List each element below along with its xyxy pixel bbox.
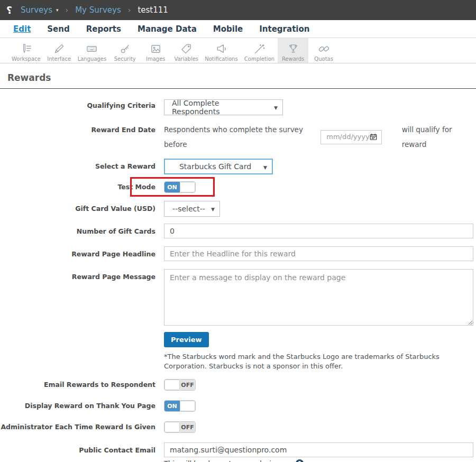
test-mode-row: Test Mode ON [0, 181, 476, 193]
disclaimer-row: *The Starbucks word mark and the Starbuc… [0, 352, 476, 371]
end-date-suffix-text: will qualify for reward [402, 122, 473, 152]
email-admin-row: Email Survey Administrator Each Time Rew… [0, 421, 476, 433]
settings-toolbar: Workspace Interface Languages Security I… [0, 38, 476, 63]
breadcrumb-my-surveys[interactable]: My Surveys [75, 5, 121, 15]
end-date-input[interactable]: mm/dd/yyyy [321, 130, 381, 144]
gift-card-value-label: Gift Card Value (USD) [0, 201, 164, 217]
test-mode-label: Test Mode [0, 181, 164, 193]
quotas-icon [318, 43, 330, 55]
display-reward-label: Display Reward on Thank You Page [0, 400, 164, 412]
headline-input[interactable] [164, 246, 473, 261]
public-email-row: Public Contact Email This will be shown … [0, 442, 476, 462]
preview-row: Preview [0, 332, 476, 347]
tab-security[interactable]: Security [109, 38, 140, 63]
dropdown-caret-icon: ▼ [274, 105, 278, 110]
menu-item-reports[interactable]: Reports [86, 24, 121, 34]
top-bar: ? Surveys ▾ › My Surveys › test111 [0, 0, 476, 20]
menu-item-send[interactable]: Send [47, 24, 69, 34]
notifications-icon [215, 43, 227, 55]
completion-icon [253, 43, 266, 55]
tab-completion[interactable]: Completion [241, 38, 278, 63]
toggle-knob [180, 182, 195, 192]
select-reward-select[interactable]: Starbucks Gift Card ▼ [164, 159, 273, 174]
public-email-label: Public Contact Email [0, 442, 164, 458]
preview-button[interactable]: Preview [164, 332, 209, 347]
qualifying-criteria-row: Qualifying Criteria All Complete Respond… [0, 98, 476, 115]
gift-card-value-row: Gift Card Value (USD) --select-- ▼ [0, 201, 476, 217]
message-textarea[interactable] [164, 269, 473, 326]
headline-row: Reward Page Headline [0, 246, 476, 262]
tab-notifications[interactable]: Notifications [202, 38, 241, 63]
email-rewards-toggle[interactable]: OFF [164, 379, 196, 391]
gift-card-value-select[interactable]: --select-- ▼ [164, 201, 220, 217]
rewards-form: Qualifying Criteria All Complete Respond… [0, 89, 476, 462]
calendar-icon[interactable] [370, 133, 377, 141]
tab-images[interactable]: Images [140, 38, 171, 63]
interface-icon [53, 43, 65, 55]
tab-languages[interactable]: Languages [75, 38, 110, 63]
chevron-down-icon[interactable]: ▾ [56, 7, 59, 13]
display-reward-toggle[interactable]: ON [164, 400, 196, 412]
tab-variables[interactable]: Variables [171, 38, 202, 63]
reward-end-date-label: Reward End Date [0, 122, 164, 138]
email-admin-toggle[interactable]: OFF [164, 421, 196, 433]
menu-item-edit[interactable]: Edit [13, 24, 31, 34]
breadcrumb-surveys[interactable]: Surveys [21, 5, 52, 15]
message-label: Reward Page Message [0, 269, 164, 285]
num-gift-cards-input[interactable] [164, 224, 473, 238]
num-gift-cards-label: Number of Gift Cards [0, 224, 164, 239]
breadcrumb-separator: › [128, 6, 131, 14]
questionpro-logo-icon[interactable]: ? [6, 4, 12, 16]
reward-end-date-row: Reward End Date Respondents who complete… [0, 122, 476, 152]
tab-interface[interactable]: Interface [44, 38, 75, 63]
num-gift-cards-row: Number of Gift Cards [0, 224, 476, 239]
menu-item-manage-data[interactable]: Manage Data [138, 24, 197, 34]
display-reward-row: Display Reward on Thank You Page ON [0, 400, 476, 412]
toggle-knob [180, 401, 195, 411]
email-admin-label: Email Survey Administrator Each Time Rew… [0, 421, 164, 433]
message-row: Reward Page Message [0, 269, 476, 328]
public-email-input[interactable] [164, 442, 473, 457]
test-mode-toggle[interactable]: ON [164, 181, 196, 193]
languages-icon [86, 43, 98, 55]
images-icon [150, 43, 162, 55]
dropdown-caret-icon: ▼ [263, 165, 267, 170]
dropdown-caret-icon: ▼ [211, 207, 215, 212]
select-reward-row: Select a Reward Starbucks Gift Card ▼ [0, 159, 476, 174]
tab-quotas[interactable]: Quotas [308, 38, 339, 63]
email-rewards-label: Email Rewards to Respondent [0, 379, 164, 391]
menu-item-mobile[interactable]: Mobile [213, 24, 243, 34]
workspace-icon [20, 43, 32, 55]
qualifying-criteria-label: Qualifying Criteria [0, 98, 164, 114]
toggle-knob [164, 380, 180, 390]
select-reward-label: Select a Reward [0, 159, 164, 174]
breadcrumb-survey-name: test111 [138, 5, 168, 15]
menu-bar: Edit Send Reports Manage Data Mobile Int… [0, 20, 476, 38]
end-date-prefix-text: Respondents who complete the survey befo… [164, 122, 316, 152]
rewards-icon [287, 43, 299, 55]
page-title: Rewards [0, 63, 476, 88]
security-icon [119, 43, 131, 55]
starbucks-disclaimer-text: *The Starbucks word mark and the Starbuc… [164, 352, 473, 371]
help-icon[interactable]: ? [296, 459, 304, 462]
breadcrumb-separator: › [66, 6, 69, 14]
menu-item-integration[interactable]: Integration [259, 24, 309, 34]
tab-rewards[interactable]: Rewards [278, 38, 308, 63]
email-rewards-row: Email Rewards to Respondent OFF [0, 379, 476, 391]
public-email-help-text: This will be shown to reward winners. [164, 459, 293, 462]
variables-icon [180, 43, 193, 55]
headline-label: Reward Page Headline [0, 246, 164, 262]
toggle-knob [164, 422, 180, 432]
qualifying-criteria-select[interactable]: All Complete Respondents ▼ [164, 99, 283, 115]
tab-workspace[interactable]: Workspace [8, 38, 44, 63]
